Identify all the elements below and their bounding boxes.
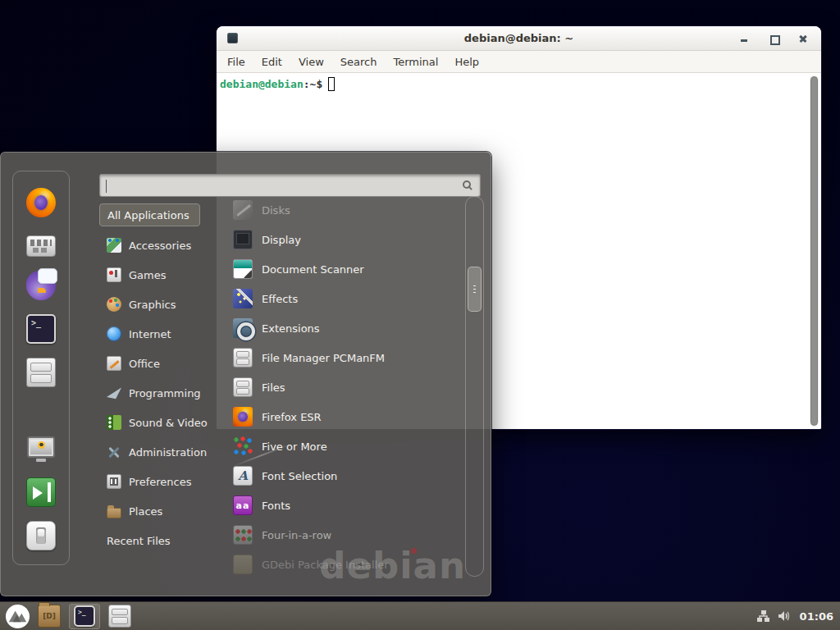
terminal-scrollbar[interactable] [810, 75, 819, 427]
app-document-scanner[interactable]: Document Scanner [233, 254, 466, 284]
menu-logo-icon [5, 604, 30, 629]
search-input[interactable] [100, 175, 480, 196]
prompt-user: debian@debian [220, 78, 304, 90]
category-recent-files[interactable]: Recent Files [99, 526, 224, 555]
app-effects[interactable]: Effects [233, 284, 466, 313]
file-manager-icon[interactable] [26, 358, 56, 387]
category-preferences[interactable]: Preferences [99, 467, 224, 496]
app-fonts[interactable]: aa Fonts [233, 491, 466, 520]
menu-file[interactable]: File [227, 56, 245, 68]
menu-view[interactable]: View [299, 56, 324, 68]
category-internet[interactable]: Internet [99, 319, 224, 349]
lock-screen-icon[interactable] [26, 434, 56, 463]
menu-help[interactable]: Help [454, 56, 479, 68]
debian-watermark: debian [319, 547, 466, 584]
app-label: Five or More [262, 441, 327, 453]
category-programming[interactable]: Programming [99, 378, 224, 408]
category-graphics[interactable]: Graphics [99, 290, 224, 319]
font-selection-icon: A [233, 466, 253, 486]
terminal-title: debian@debian: ~ [217, 32, 821, 44]
app-label: Extensions [262, 322, 320, 335]
volume-icon[interactable] [778, 609, 792, 623]
app-font-selection[interactable]: A Font Selection [233, 461, 466, 491]
firefox-icon [233, 407, 253, 427]
app-files[interactable]: Files [233, 372, 466, 402]
file-manager-launcher-icon[interactable]: [D] [38, 605, 61, 628]
terminal-icon: >_ [74, 605, 95, 627]
logout-icon[interactable] [26, 477, 56, 507]
app-label: File Manager PCManFM [262, 352, 385, 364]
application-menu: >_ All Applications Accessories Games [0, 152, 491, 596]
gdebi-icon [233, 555, 253, 574]
terminal-cursor [328, 77, 335, 91]
four-in-a-row-icon [233, 525, 253, 545]
shutdown-icon[interactable] [26, 521, 56, 550]
category-label: Graphics [129, 299, 176, 311]
app-label: Disks [262, 204, 290, 217]
app-firefox-esr[interactable]: Firefox ESR [233, 402, 466, 431]
menu-search[interactable]: Search [340, 56, 377, 68]
app-label: Files [262, 381, 285, 394]
app-disks[interactable]: Disks [233, 195, 466, 225]
terminal-menubar: File Edit View Search Terminal Help [217, 51, 821, 73]
firefox-icon[interactable] [26, 188, 56, 217]
games-icon [107, 267, 121, 282]
app-label: Display [262, 234, 301, 246]
application-list: Disks Display Document Scanner Effects E… [233, 195, 466, 579]
internet-icon [107, 326, 121, 341]
desktop: debian@debian: ~ File Edit View Search T… [0, 0, 840, 630]
terminal-scrollbar-thumb[interactable] [810, 76, 818, 426]
menu-edit[interactable]: Edit [262, 56, 282, 68]
menu-scrollbar-thumb[interactable] [468, 267, 482, 312]
five-or-more-icon [233, 436, 253, 456]
keyboard-icon[interactable] [26, 235, 56, 257]
taskbar-clock[interactable]: 01:06 [800, 610, 833, 623]
category-label: All Applications [107, 209, 189, 221]
menu-terminal[interactable]: Terminal [393, 56, 438, 68]
category-accessories[interactable]: Accessories [99, 231, 224, 260]
prompt-path: :~$ [304, 78, 322, 90]
category-all-applications[interactable]: All Applications [99, 203, 200, 226]
office-icon [107, 356, 121, 371]
programming-icon [107, 386, 121, 400]
graphics-icon [107, 297, 121, 312]
accessories-icon [107, 238, 121, 253]
taskbar-launchers: [D] >_ [0, 602, 139, 630]
category-sound-video[interactable]: Sound & Video [99, 408, 224, 437]
terminal-launcher-icon[interactable]: >_ [26, 314, 56, 344]
category-label: Games [129, 269, 166, 281]
minimize-button[interactable] [739, 34, 749, 43]
terminal-prompt-line: debian@debian :~$ [220, 77, 818, 91]
terminal-task-button[interactable]: >_ [69, 604, 100, 629]
preferences-icon [107, 474, 121, 489]
category-label: Places [129, 505, 162, 518]
sound-video-icon [107, 415, 121, 430]
file-cabinet-icon [233, 377, 253, 397]
places-icon [107, 508, 121, 518]
network-icon[interactable] [756, 609, 770, 623]
terminal-titlebar[interactable]: debian@debian: ~ [217, 26, 821, 51]
favorites-panel: >_ [12, 171, 70, 565]
category-office[interactable]: Office [99, 349, 224, 378]
category-label: Recent Files [107, 535, 171, 547]
category-administration[interactable]: Administration [99, 437, 224, 467]
app-file-manager-pcmanfm[interactable]: File Manager PCManFM [233, 343, 466, 372]
category-label: Office [129, 358, 160, 370]
app-label: Firefox ESR [262, 411, 322, 423]
menu-button[interactable] [5, 604, 30, 629]
close-button[interactable] [798, 34, 808, 43]
pidgin-icon[interactable] [26, 271, 56, 300]
app-extensions[interactable]: Extensions [233, 313, 466, 343]
maximize-button[interactable] [769, 34, 778, 43]
category-places[interactable]: Places [99, 496, 224, 526]
category-list: All Applications Accessories Games Graph… [99, 203, 224, 555]
watermark-dot [411, 548, 417, 554]
search-caret [106, 180, 107, 193]
effects-icon [233, 289, 253, 308]
app-five-or-more[interactable]: Five or More [233, 431, 466, 461]
menu-scrollbar[interactable] [465, 196, 484, 577]
app-display[interactable]: Display [233, 225, 466, 254]
files-launcher-icon[interactable] [108, 605, 131, 628]
category-games[interactable]: Games [99, 260, 224, 290]
taskbar-tray: 01:06 [756, 609, 840, 623]
